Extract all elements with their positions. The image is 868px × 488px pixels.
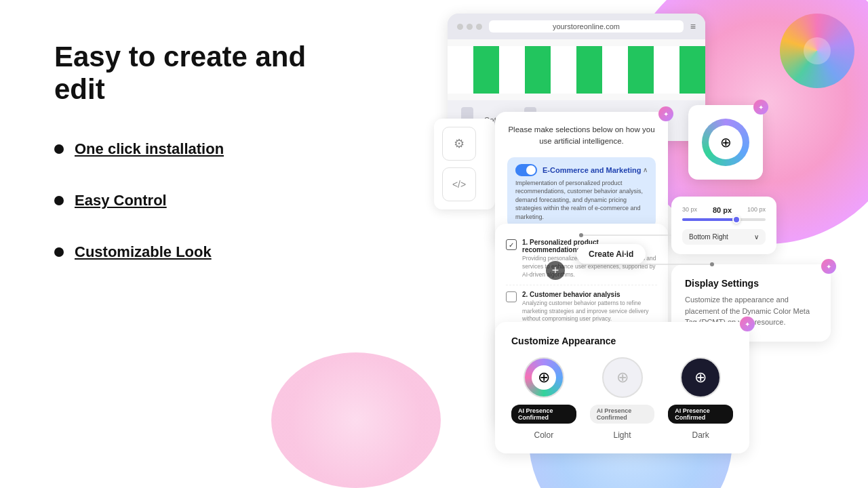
checkbox-2[interactable] — [506, 291, 517, 302]
feature-item-easy-control: Easy Control — [54, 192, 339, 209]
bullet-icon — [54, 247, 64, 257]
stripe — [602, 46, 628, 94]
ai-avatar-card: ✦ ⊕ — [688, 105, 763, 180]
stripe — [551, 46, 576, 94]
disc-decoration — [780, 14, 854, 88]
ai-avatar-inner: ⊕ — [709, 125, 743, 159]
stripe — [576, 46, 602, 94]
dark-ai-icon: ⊕ — [694, 369, 707, 386]
checkbox-1[interactable]: ✓ — [506, 239, 517, 250]
menu-icon: ≡ — [690, 21, 696, 32]
slider-card: 30 px 80 px 100 px Bottom Right ∨ — [671, 197, 776, 254]
disc-center — [804, 37, 831, 64]
light-label: Light — [613, 430, 631, 440]
card-badge-display: ✦ — [821, 259, 836, 274]
customize-appearance-card: ✦ Customize Appearance ⊕ AI Presence Con… — [495, 322, 749, 453]
store-dot-3 — [476, 24, 482, 30]
light-avatar: ⊕ — [602, 357, 643, 398]
ai-option-desc: Implementation of personalized product r… — [515, 179, 648, 222]
slider-track[interactable] — [682, 218, 766, 221]
card-badge-customize: ✦ — [740, 317, 755, 331]
light-ai-icon: ⊕ — [616, 369, 629, 386]
color-ai-icon: ⊕ — [532, 365, 556, 390]
stripe — [448, 46, 473, 94]
code-icon-box[interactable]: </> — [442, 167, 476, 201]
ai-option-title: E-Commerce and Marketing — [542, 166, 641, 174]
stripe — [679, 46, 705, 94]
light-badge: AI Presence Confirmed — [590, 405, 655, 424]
settings-icon-card: ⚙ </> — [434, 119, 495, 209]
dropdown-value: Bottom Right — [689, 233, 728, 241]
feature-link-one-click[interactable]: One click installation — [75, 140, 224, 158]
slider-value-label: 80 px — [713, 206, 732, 214]
slider-thumb — [732, 216, 741, 224]
awning-stripes — [448, 46, 705, 94]
toggle-switch[interactable] — [515, 164, 537, 176]
code-icon: </> — [452, 179, 466, 190]
store-dot-1 — [457, 24, 463, 30]
color-label: Color — [534, 430, 553, 440]
color-badge: AI Presence Confirmed — [511, 405, 576, 424]
ai-avatar-circle: ⊕ — [702, 119, 749, 166]
customize-options: ⊕ AI Presence Confirmed Color ⊕ AI Prese… — [511, 357, 733, 440]
feature-link-customizable-look[interactable]: Customizable Look — [75, 243, 212, 261]
checklist-text-2: 2. Customer behavior analysis Analyzing … — [522, 291, 657, 324]
display-settings-title: Display Settings — [685, 278, 817, 289]
customize-option-light[interactable]: ⊕ AI Presence Confirmed Light — [590, 357, 655, 440]
store-dots — [457, 24, 482, 30]
stripe — [473, 46, 499, 94]
card-badge-ai-selector: ✦ — [658, 106, 673, 121]
ai-option-header: E-Commerce and Marketing ∧ — [515, 164, 648, 176]
stripe — [654, 46, 679, 94]
dark-badge: AI Presence Confirmed — [668, 405, 733, 424]
slider-label-row: 30 px 80 px 100 px — [682, 206, 766, 214]
bullet-icon — [54, 196, 64, 205]
stripe — [628, 46, 654, 94]
dark-avatar: ⊕ — [680, 357, 721, 398]
chevron-down-icon: ∨ — [754, 233, 759, 241]
customize-title: Customize Appearance — [511, 336, 733, 346]
slider-fill — [682, 218, 736, 221]
feature-list: One click installation Easy Control Cust… — [54, 140, 339, 261]
toggle-area: E-Commerce and Marketing — [515, 164, 641, 176]
ai-option-ecommerce[interactable]: E-Commerce and Marketing ∧ Implementatio… — [507, 157, 656, 228]
color-avatar: ⊕ — [524, 357, 564, 398]
stripe — [525, 46, 551, 94]
ai-symbol-icon: ⊕ — [720, 134, 732, 150]
store-toolbar: yourstoreonline.com ≡ — [448, 14, 705, 39]
stripe — [499, 46, 525, 94]
plus-icon[interactable]: + — [546, 261, 565, 280]
ai-selector-prompt: Please make selections below on how you … — [507, 124, 656, 148]
slider-min-label: 30 px — [682, 206, 697, 214]
page-title: Easy to create and edit — [54, 41, 339, 106]
feature-link-easy-control[interactable]: Easy Control — [75, 192, 167, 209]
create-ai-button[interactable]: Create Ai·id — [576, 244, 646, 264]
store-dot-2 — [467, 24, 473, 30]
gear-icon-box[interactable]: ⚙ — [442, 127, 476, 161]
feature-item-customizable-look: Customizable Look — [54, 243, 339, 261]
bullet-icon — [54, 144, 64, 154]
chevron-up-icon: ∧ — [643, 166, 648, 174]
slider-max-label: 100 px — [747, 206, 766, 214]
customize-option-dark[interactable]: ⊕ AI Presence Confirmed Dark — [668, 357, 733, 440]
card-badge-avatar: ✦ — [753, 100, 768, 115]
checklist-title-2: 2. Customer behavior analysis — [522, 291, 657, 298]
checklist-desc-2: Analyzing customer behavior patterns to … — [522, 300, 657, 324]
store-url: yourstoreonline.com — [489, 20, 684, 33]
store-awning — [448, 39, 705, 100]
feature-item-one-click: One click installation — [54, 140, 339, 158]
position-dropdown[interactable]: Bottom Right ∨ — [682, 229, 766, 245]
dark-label: Dark — [692, 430, 709, 440]
gear-icon: ⚙ — [454, 136, 465, 151]
customize-option-color[interactable]: ⊕ AI Presence Confirmed Color — [511, 357, 576, 440]
